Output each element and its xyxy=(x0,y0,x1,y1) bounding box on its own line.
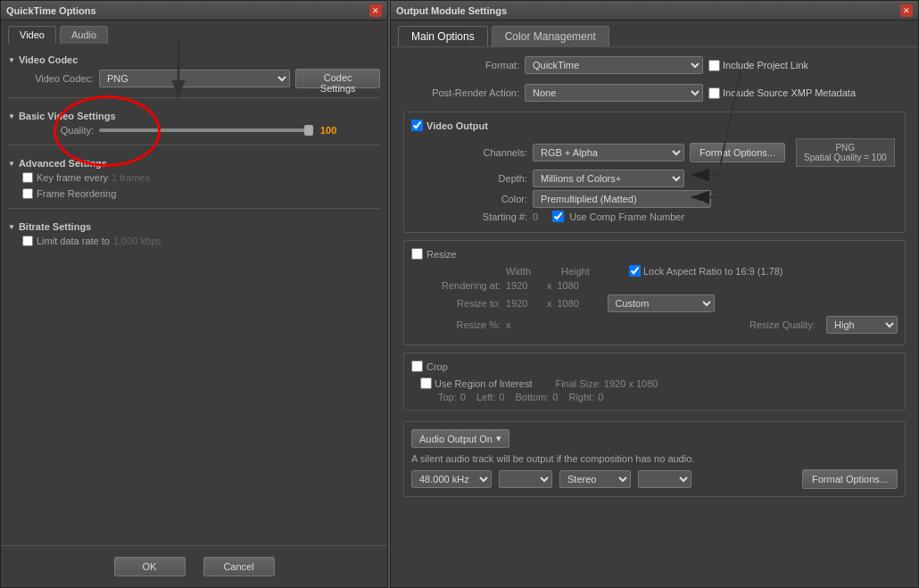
hr3 xyxy=(8,208,380,209)
png-info-line1: PNG xyxy=(804,143,887,153)
video-codec-header: ▼ Video Codec xyxy=(8,54,380,65)
crop-fields: Top: 0 Left: 0 Bottom: 0 Right: 0 xyxy=(420,392,898,402)
rendering-h: 1080 xyxy=(558,280,593,291)
resize-pct-label: Resize %: xyxy=(420,319,501,330)
post-render-row: Post-Render Action: None Include Source … xyxy=(403,84,906,102)
keyframe-row: Key frame every 1 frames xyxy=(22,172,380,183)
resize-preset-select[interactable]: Custom xyxy=(608,294,715,312)
crop-header: Crop xyxy=(411,360,898,372)
channels-select[interactable]: RGB + Alpha xyxy=(533,144,684,161)
cancel-button[interactable]: Cancel xyxy=(203,557,275,576)
format-options-button[interactable]: Format Options... xyxy=(690,143,785,162)
resize-quality-select[interactable]: High xyxy=(826,316,898,334)
triangle-icon: ▼ xyxy=(8,56,15,64)
keyframe-checkbox[interactable] xyxy=(22,172,33,183)
lock-aspect-label: Lock Aspect Ratio to 16:9 (1.78) xyxy=(643,266,783,277)
rendering-w: 1920 xyxy=(506,280,542,291)
crop-bottom-label: Bottom: xyxy=(515,392,549,402)
advanced-body: Key frame every 1 frames Frame Reorderin… xyxy=(8,172,380,199)
video-codec-row: Video Codec: PNG Codec Settings xyxy=(22,69,380,88)
output-module-window: Output Module Settings ✕ Main Options Co… xyxy=(390,0,919,588)
resize-section: Resize Width Height Lock Aspect Ratio to… xyxy=(403,240,906,345)
om-titlebar: Output Module Settings ✕ xyxy=(391,1,918,21)
advanced-section: ▼ Advanced Settings Key frame every 1 fr… xyxy=(8,154,380,199)
video-codec-section: ▼ Video Codec Video Codec: PNG Codec Set… xyxy=(8,51,380,88)
crop-section: Crop Use Region of Interest Final Size: … xyxy=(403,352,906,410)
use-roi-checkbox[interactable] xyxy=(420,377,432,389)
limit-rate-row: Limit data rate to 1,000 kbps xyxy=(22,236,380,246)
crop-right-value: 0 xyxy=(598,392,603,402)
format-select[interactable]: QuickTime xyxy=(525,56,703,74)
audio-output-button[interactable]: Audio Output On ▾ xyxy=(411,429,509,448)
crop-bottom: Bottom: 0 xyxy=(515,392,558,402)
channels-audio-select2[interactable] xyxy=(638,470,691,488)
frame-reorder-row: Frame Reordering xyxy=(22,188,380,199)
keyframe-label: Key frame every xyxy=(37,172,108,183)
frame-reorder-checkbox[interactable] xyxy=(22,188,33,199)
hr1 xyxy=(8,97,380,98)
include-project-link-checkbox[interactable] xyxy=(708,60,720,71)
om-tab-main[interactable]: Main Options xyxy=(398,26,488,46)
post-render-select[interactable]: None xyxy=(525,84,703,102)
bitrate-header: ▼ Bitrate Settings xyxy=(8,221,380,232)
sample-rate-select[interactable]: 48.000 kHz xyxy=(411,470,492,488)
video-codec-select[interactable]: PNG xyxy=(99,70,290,87)
om-close-button[interactable]: ✕ xyxy=(900,4,913,17)
bitrate-label: Bitrate Settings xyxy=(19,221,91,232)
audio-note: A silent audio track will be output if t… xyxy=(411,453,898,464)
use-comp-frame-label: Use Comp Frame Number xyxy=(569,211,684,222)
qt-tab-video[interactable]: Video xyxy=(8,26,56,44)
resize-body: Width Height Lock Aspect Ratio to 16:9 (… xyxy=(411,265,898,334)
qt-titlebar: QuickTime Options ✕ xyxy=(1,1,387,21)
crop-roi-row: Use Region of Interest Final Size: 1920 … xyxy=(420,377,898,389)
include-xmp-row: Include Source XMP Metadata xyxy=(708,87,856,99)
resize-h: 1080 xyxy=(558,298,593,309)
include-xmp-checkbox[interactable] xyxy=(708,87,720,99)
channels-label: Channels: xyxy=(411,147,527,158)
quality-value: 100 xyxy=(320,125,336,136)
use-comp-frame-checkbox[interactable] xyxy=(552,211,564,222)
channels-row: Channels: RGB + Alpha Format Options... … xyxy=(411,138,898,167)
audio-format-select[interactable] xyxy=(499,470,552,488)
video-codec-field-label: Video Codec: xyxy=(22,73,94,84)
ok-button[interactable]: OK xyxy=(114,557,186,576)
quality-row: Quality: 100 xyxy=(22,125,380,136)
use-roi-label: Use Region of Interest xyxy=(435,378,532,389)
resize-checkbox[interactable] xyxy=(411,248,423,260)
channels-audio-select[interactable]: Stereo xyxy=(559,470,631,488)
lock-aspect-checkbox[interactable] xyxy=(629,265,641,277)
frame-reorder-label: Frame Reordering xyxy=(37,188,116,199)
bitrate-section: ▼ Bitrate Settings Limit data rate to 1,… xyxy=(8,218,380,246)
advanced-header: ▼ Advanced Settings xyxy=(8,158,380,169)
qt-close-button[interactable]: ✕ xyxy=(369,4,382,17)
keyframe-value: 1 frames xyxy=(112,172,150,183)
color-select[interactable]: Premultiplied (Matted) xyxy=(533,190,711,208)
crop-bottom-value: 0 xyxy=(552,392,558,402)
crop-label: Crop xyxy=(426,361,448,372)
om-tab-color[interactable]: Color Management xyxy=(492,26,609,46)
qt-footer: OK Cancel xyxy=(1,545,387,587)
om-title: Output Module Settings xyxy=(396,5,507,16)
audio-format-options-button[interactable]: Format Options... xyxy=(802,469,898,489)
crop-top-value: 0 xyxy=(460,392,466,402)
audio-controls: 48.000 kHz Stereo Format Options... xyxy=(411,469,898,489)
crop-checkbox[interactable] xyxy=(411,360,423,372)
bitrate-body: Limit data rate to 1,000 kbps xyxy=(8,236,380,246)
vo-checkbox[interactable] xyxy=(411,120,423,131)
crop-left-label: Left: xyxy=(476,392,495,402)
crop-body: Use Region of Interest Final Size: 1920 … xyxy=(411,377,898,402)
vo-header: Video Output xyxy=(411,120,898,131)
x-sep2: x xyxy=(547,298,552,309)
depth-select[interactable]: Millions of Colors+ xyxy=(533,170,684,187)
triangle-icon4: ▼ xyxy=(8,223,15,231)
quality-label: Quality: xyxy=(22,125,94,136)
resize-label: Resize xyxy=(426,249,457,260)
format-row: Format: QuickTime Include Project Link xyxy=(403,56,906,74)
slider-thumb xyxy=(304,125,313,136)
resize-to-label: Resize to: xyxy=(420,298,501,309)
quality-slider[interactable] xyxy=(99,128,313,132)
qt-tab-audio[interactable]: Audio xyxy=(60,26,108,44)
codec-settings-button[interactable]: Codec Settings xyxy=(295,69,380,88)
audio-header-row: Audio Output On ▾ xyxy=(411,429,898,448)
limit-rate-checkbox[interactable] xyxy=(22,236,33,246)
